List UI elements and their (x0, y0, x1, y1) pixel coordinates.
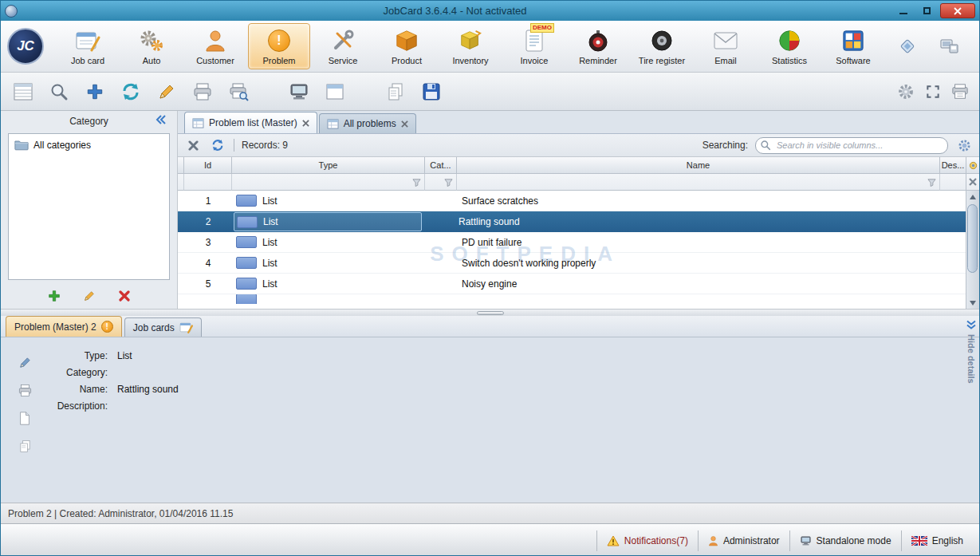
tab-job-cards[interactable]: Job cards (124, 317, 202, 337)
close-button[interactable] (940, 3, 975, 18)
close-tab-icon[interactable] (401, 120, 408, 128)
app-logo[interactable]: JC (7, 28, 44, 65)
tab-all-problems[interactable]: All problems (319, 113, 416, 133)
column-options-button[interactable] (955, 136, 973, 154)
copy-detail-button[interactable] (16, 437, 33, 455)
edit-record-button[interactable] (152, 77, 181, 106)
filter-des[interactable] (940, 174, 966, 191)
category-item-all[interactable]: All categories (13, 138, 165, 152)
job-card-icon (179, 321, 193, 333)
toolbar-button-auto[interactable]: Auto (120, 23, 183, 69)
scrollbar-track[interactable] (966, 203, 979, 297)
refresh-button[interactable] (209, 136, 226, 154)
toolbar-button-problem[interactable]: ! Problem (248, 23, 310, 69)
toolbar-button-product[interactable]: Product (376, 23, 438, 69)
cell-id: 1 (184, 195, 232, 207)
terminal-icon (289, 82, 309, 101)
status-bar: Problem 2 | Created: Administrator, 01/0… (1, 503, 979, 523)
category-sidebar: Category All categories (1, 111, 178, 309)
toolbar-button-software[interactable]: Software (822, 23, 884, 69)
hardware-button[interactable] (935, 32, 963, 61)
search-input[interactable] (755, 137, 948, 154)
scroll-up-button[interactable] (966, 191, 979, 203)
connection-mode[interactable]: Standalone mode (789, 530, 901, 551)
column-options-icon (958, 140, 970, 152)
status-text: Problem 2 | Created: Administrator, 01/0… (8, 508, 233, 519)
new-window-button[interactable] (321, 77, 349, 106)
table-row[interactable]: 5 List Noisy engine (178, 274, 966, 294)
print-detail-button[interactable] (16, 381, 33, 399)
pencil-icon (18, 356, 32, 369)
toolbar-button-job-card[interactable]: Job card (57, 23, 119, 69)
print-preview-button[interactable] (224, 77, 253, 106)
language-selector[interactable]: English (901, 530, 973, 551)
copy-icon (386, 82, 405, 101)
settings-button[interactable] (895, 81, 917, 103)
table-row-partial[interactable] (178, 294, 966, 304)
toolbar-button-invoice[interactable]: DEMO Invoice (503, 23, 565, 69)
toolbar-button-label: Email (714, 56, 737, 65)
main-panel: Problem list (Master) All problems (178, 111, 979, 309)
toolbar-button-customer[interactable]: Customer (184, 23, 246, 69)
cell-type: List (232, 191, 425, 211)
table-row[interactable]: 1 List Surface scratches (178, 191, 966, 211)
terminal-button[interactable] (285, 77, 313, 106)
scroll-down-button[interactable] (966, 297, 979, 309)
add-record-button[interactable] (81, 77, 109, 106)
cell-name: Noisy engine (457, 278, 940, 290)
toolbar-button-service[interactable]: Service (312, 23, 374, 69)
close-view-button[interactable] (184, 136, 202, 154)
view-list-button[interactable] (9, 77, 37, 106)
column-header-id[interactable]: Id (184, 157, 232, 174)
toolbar-button-tire-register[interactable]: Tire register (631, 23, 693, 69)
cell-id: 2 (184, 216, 232, 227)
license-button[interactable] (893, 32, 922, 61)
edit-category-button[interactable] (81, 287, 98, 305)
maximize-button[interactable] (916, 3, 938, 18)
scrollbar-thumb[interactable] (967, 204, 978, 273)
close-tab-icon[interactable] (302, 120, 309, 127)
collapse-sidebar-button[interactable] (155, 114, 167, 128)
page-layout-button[interactable] (949, 81, 971, 103)
toolbar-button-statistics[interactable]: Statistics (758, 23, 821, 69)
delete-category-button[interactable] (116, 287, 133, 305)
column-header-name[interactable]: Name (457, 157, 940, 174)
new-document-button[interactable] (16, 409, 33, 427)
toolbar-button-reminder[interactable]: Reminder (567, 23, 629, 69)
edit-detail-button[interactable] (16, 353, 33, 371)
tab-problem-master-2[interactable]: Problem (Master) 2 ! (6, 316, 122, 337)
column-header-type[interactable]: Type (232, 157, 425, 174)
add-category-button[interactable] (45, 287, 63, 305)
table-row-selected[interactable]: 2 List Rattling sound (178, 211, 966, 232)
tab-problem-list-master[interactable]: Problem list (Master) (184, 112, 317, 133)
filter-name[interactable] (457, 174, 940, 191)
notifications-button[interactable]: Notifications(7) (596, 530, 698, 551)
hide-details-button[interactable]: Hide details (964, 319, 978, 384)
minimize-button[interactable] (892, 3, 914, 18)
current-user[interactable]: Administrator (698, 530, 789, 551)
search-icon (760, 140, 771, 151)
search-button[interactable] (45, 77, 73, 106)
print-button[interactable] (188, 77, 217, 106)
sync-button[interactable] (116, 77, 145, 106)
toolbar-button-email[interactable]: Email (695, 23, 757, 69)
cell-id: 5 (184, 278, 232, 290)
details-splitter[interactable] (1, 309, 979, 316)
filter-id[interactable] (184, 174, 232, 191)
filter-cat[interactable] (425, 174, 457, 191)
table-row[interactable]: 3 List PD unit failure (178, 232, 966, 253)
copy-button[interactable] (381, 77, 410, 106)
category-list: All categories (8, 133, 170, 280)
table-row[interactable]: 4 List Switch doesn't working properly (178, 253, 966, 274)
type-color-swatch (236, 278, 257, 290)
toolbar-button-inventory[interactable]: Inventory (439, 23, 502, 69)
column-header-des[interactable]: Des... (940, 157, 966, 174)
clear-filter-button[interactable] (966, 174, 979, 191)
save-icon (422, 82, 441, 101)
cell-type: List (232, 274, 425, 294)
save-button[interactable] (417, 77, 446, 106)
grid-customize-button[interactable] (966, 157, 979, 174)
filter-type[interactable] (232, 174, 425, 191)
fullscreen-button[interactable] (922, 81, 944, 103)
column-header-cat[interactable]: Cat... (425, 157, 457, 174)
